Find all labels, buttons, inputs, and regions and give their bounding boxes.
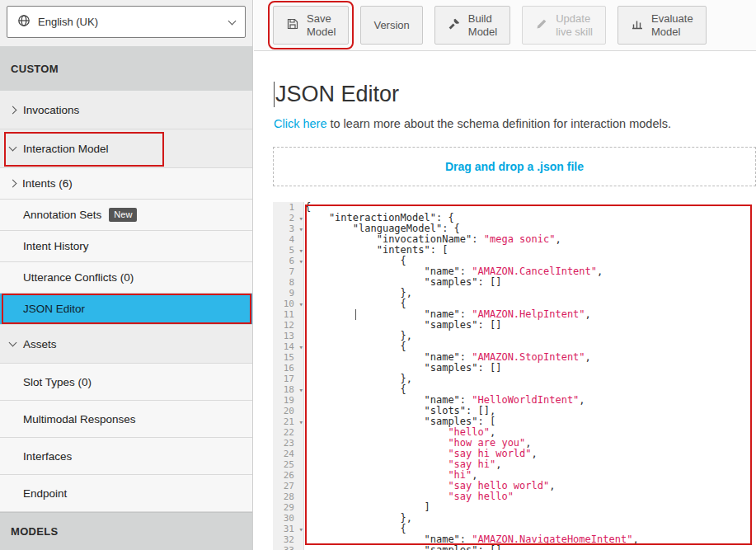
text-cursor <box>274 82 275 107</box>
chevron-down-icon <box>9 143 17 152</box>
line-number: 3▾ <box>273 223 303 234</box>
build-model-button[interactable]: BuildModel <box>434 6 510 45</box>
sidebar-groups: InvocationsInteraction ModelIntents (6)A… <box>0 91 252 512</box>
line-number: 13 <box>273 331 303 341</box>
line-number: 31▾ <box>273 524 303 534</box>
chevron-right-icon <box>9 106 17 114</box>
language-selector-value: English (UK) <box>38 16 222 28</box>
sidebar-item-interaction-model[interactable]: Interaction Model <box>0 129 252 168</box>
help-text-rest: to learn more about the schema definitio… <box>326 117 671 130</box>
sidebar-item-label: Interaction Model <box>23 143 109 155</box>
sidebar-item-label: Interfaces <box>23 450 72 463</box>
sidebar-nav: CUSTOM InvocationsInteraction ModelInten… <box>0 46 252 550</box>
line-number: 30 <box>273 513 303 524</box>
line-number: 20 <box>273 406 303 416</box>
evaluate-model-button[interactable]: EvaluateModel <box>617 6 707 45</box>
line-number: 18▾ <box>273 384 303 395</box>
sidebar-item-label: Invocations <box>23 104 79 116</box>
line-number: 14▾ <box>273 341 303 352</box>
sidebar-item-label: Annotation Sets <box>23 209 101 221</box>
chevron-right-icon <box>9 180 17 188</box>
sidebar-children: Intents (6)Annotation SetsNewIntent Hist… <box>0 168 252 325</box>
sidebar-section-models: MODELS <box>0 512 252 550</box>
evaluate-model-label: EvaluateModel <box>651 12 693 38</box>
sidebar-group: Invocations <box>0 91 252 129</box>
sidebar-item-endpoint[interactable]: Endpoint <box>0 475 252 512</box>
gutter-divider <box>303 202 304 550</box>
save-model-label: SaveModel <box>307 12 336 38</box>
toolbar: SaveModelVersionBuildModelUpdatelive ski… <box>254 0 756 51</box>
sidebar-section-custom: CUSTOM <box>0 46 252 91</box>
sidebar-item-intents-6[interactable]: Intents (6) <box>0 168 252 200</box>
sidebar-item-slot-types-0[interactable]: Slot Types (0) <box>0 364 252 401</box>
save-model-button[interactable]: SaveModel <box>273 6 349 45</box>
code-text: "samples": [] <box>303 545 756 550</box>
line-number: 11 <box>273 309 303 320</box>
dropzone-label: Drag and drop a .json file <box>445 160 584 173</box>
line-number: 29 <box>273 502 303 513</box>
line-number: 2▾ <box>273 213 303 223</box>
sidebar-item-label: Endpoint <box>23 487 67 500</box>
sidebar-item-interfaces[interactable]: Interfaces <box>0 438 252 475</box>
line-number: 15 <box>273 352 303 363</box>
line-number: 8 <box>273 277 303 288</box>
editor-lines: 1{2▾ "interactionModel": {3▾ "languageMo… <box>273 202 756 550</box>
globe-icon <box>17 14 31 31</box>
line-number: 21▾ <box>273 416 303 427</box>
update-live-skill-button[interactable]: Updatelive skill <box>522 6 606 45</box>
chevron-down-icon <box>9 339 17 347</box>
sidebar-item-label: Intents (6) <box>22 177 73 190</box>
version-button[interactable]: Version <box>360 6 422 45</box>
line-number: 16 <box>273 363 303 374</box>
help-text: Click here to learn more about the schem… <box>274 117 671 130</box>
line-number: 12 <box>273 320 303 331</box>
sidebar-children: Slot Types (0)Multimodal ResponsesInterf… <box>0 364 252 512</box>
main-content: JSON Editor Click here to learn more abo… <box>254 52 756 550</box>
sidebar-item-label: Utterance Conflicts (0) <box>23 271 134 284</box>
build-model-label: BuildModel <box>468 12 497 38</box>
line-number: 32 <box>273 534 303 545</box>
sidebar-group: Interaction ModelIntents (6)Annotation S… <box>0 129 252 325</box>
line-number: 6▾ <box>273 256 303 266</box>
line-number: 10▾ <box>273 299 303 309</box>
line-number: 17 <box>273 374 303 384</box>
line-number: 23 <box>273 438 303 449</box>
sidebar-item-label: Slot Types (0) <box>23 376 92 388</box>
sidebar-item-json-editor[interactable]: JSON Editor <box>0 294 252 325</box>
update-icon <box>535 17 548 34</box>
editor-line: 33 "samples": [] <box>273 545 756 550</box>
line-number: 9 <box>273 288 303 299</box>
sidebar-item-assets[interactable]: Assets <box>0 325 252 364</box>
page-title: JSON Editor <box>274 82 399 107</box>
click-here-link[interactable]: Click here <box>274 117 326 130</box>
line-number: 1 <box>273 202 303 213</box>
evaluate-icon <box>631 17 644 34</box>
sidebar-item-label: Multimodal Responses <box>23 413 136 425</box>
json-dropzone[interactable]: Drag and drop a .json file <box>273 147 756 186</box>
sidebar-item-label: Assets <box>23 338 57 350</box>
update-live-skill-label: Updatelive skill <box>556 12 593 38</box>
chevron-down-icon <box>228 16 237 25</box>
page-title-text: JSON Editor <box>275 82 399 107</box>
line-number: 7 <box>273 266 303 277</box>
new-badge: New <box>109 208 137 221</box>
line-number: 5▾ <box>273 245 303 256</box>
line-number: 26 <box>273 470 303 481</box>
sidebar-item-annotation-sets[interactable]: Annotation SetsNew <box>0 200 252 231</box>
version-label: Version <box>373 19 409 32</box>
language-selector[interactable]: English (UK) <box>7 6 246 38</box>
editor-cursor <box>355 309 356 320</box>
line-number: 4 <box>273 234 303 245</box>
line-number: 28 <box>273 491 303 502</box>
json-code-editor[interactable]: 1{2▾ "interactionModel": {3▾ "languageMo… <box>273 202 756 550</box>
save-icon <box>286 17 299 34</box>
line-number: 24 <box>273 449 303 459</box>
line-number: 27 <box>273 481 303 491</box>
line-number: 25 <box>273 459 303 470</box>
sidebar-item-multimodal-responses[interactable]: Multimodal Responses <box>0 401 252 438</box>
line-number: 19 <box>273 395 303 406</box>
sidebar-item-label: JSON Editor <box>23 303 85 315</box>
sidebar-item-utterance-conflicts-0[interactable]: Utterance Conflicts (0) <box>0 262 252 294</box>
sidebar-item-invocations[interactable]: Invocations <box>0 91 252 129</box>
sidebar-item-intent-history[interactable]: Intent History <box>0 231 252 262</box>
